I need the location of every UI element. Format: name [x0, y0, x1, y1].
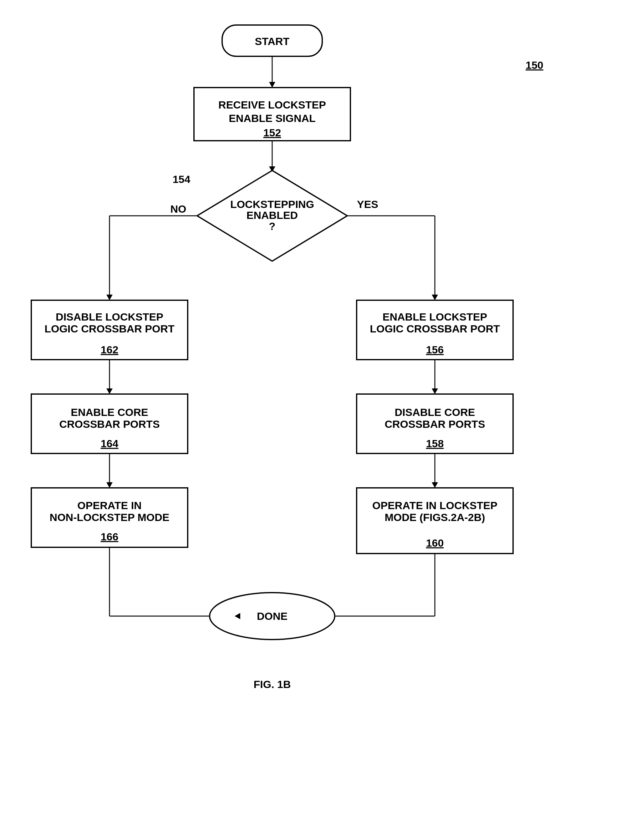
- disable-lockstep-line2: LOGIC CROSSBAR PORT: [44, 323, 174, 335]
- operate-non-line2: NON-LOCKSTEP MODE: [50, 511, 170, 523]
- disable-core-ref: 158: [426, 438, 444, 449]
- no-label: NO: [171, 203, 186, 215]
- operate-lockstep-ref: 160: [426, 537, 444, 549]
- arrowhead-8: [432, 482, 438, 488]
- fig-caption: FIG. 1B: [253, 678, 291, 690]
- disable-lockstep-line1: DISABLE LOCKSTEP: [56, 311, 163, 323]
- flowchart-diagram: 150 START RECEIVE LOCKSTEP ENABLE SIGNAL…: [0, 0, 621, 840]
- enable-lockstep-ref: 156: [426, 344, 444, 356]
- decision-line1: LOCKSTEPPING: [230, 198, 314, 210]
- done-label: DONE: [257, 610, 288, 622]
- disable-core-line1: DISABLE CORE: [395, 406, 475, 418]
- start-label: START: [255, 35, 290, 47]
- receive-ref: 152: [264, 127, 281, 139]
- arrowhead-5: [106, 388, 113, 394]
- enable-core-ref: 164: [101, 438, 118, 449]
- yes-label: YES: [357, 198, 378, 210]
- arrowhead-1: [269, 82, 275, 88]
- disable-lockstep-ref: 162: [101, 344, 118, 356]
- enable-lockstep-line1: ENABLE LOCKSTEP: [383, 311, 487, 323]
- decision-line2: ENABLED: [247, 209, 298, 221]
- operate-lockstep-line2: MODE (FIGS.2A-2B): [385, 511, 485, 523]
- operate-lockstep-line1: OPERATE IN LOCKSTEP: [372, 499, 497, 511]
- operate-non-ref: 166: [101, 531, 118, 542]
- decision-line3: ?: [269, 220, 276, 232]
- enable-core-line1: ENABLE CORE: [71, 406, 148, 418]
- arrowhead-6: [106, 482, 113, 488]
- disable-core-line2: CROSSBAR PORTS: [385, 418, 485, 430]
- receive-line1: RECEIVE LOCKSTEP: [218, 99, 326, 111]
- ref-150: 150: [526, 59, 544, 71]
- decision-ref: 154: [173, 173, 191, 185]
- enable-lockstep-line2: LOGIC CROSSBAR PORT: [370, 323, 500, 335]
- arrowhead-3: [106, 295, 113, 300]
- operate-non-line1: OPERATE IN: [77, 499, 141, 511]
- arrowhead-7: [432, 388, 438, 394]
- enable-core-line2: CROSSBAR PORTS: [59, 418, 159, 430]
- receive-line2: ENABLE SIGNAL: [229, 112, 316, 124]
- arrowhead-4: [432, 295, 438, 300]
